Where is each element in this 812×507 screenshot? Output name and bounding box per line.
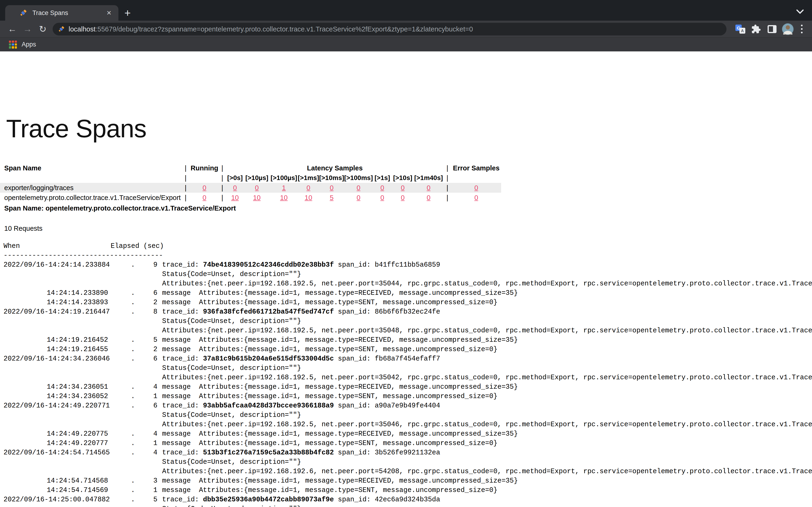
tab-search-chevron-icon[interactable] — [795, 7, 805, 16]
separator: | — [443, 163, 451, 173]
span-id: 42ec6a9d324b35da — [375, 496, 440, 504]
tab-close-icon[interactable]: ✕ — [105, 9, 113, 17]
translate-icon[interactable]: G A — [734, 21, 747, 37]
site-favicon-icon[interactable] — [58, 25, 65, 33]
running-count-link[interactable]: 0 — [203, 194, 206, 202]
trace-id: 37a81c9b615b204a6e515df533004d5c — [203, 355, 334, 363]
latency-count-link[interactable]: 0 — [380, 184, 384, 191]
separator: | — [218, 193, 226, 203]
profile-avatar[interactable] — [781, 21, 795, 37]
running-count-link[interactable]: 0 — [203, 184, 206, 191]
span-id: b41ffc11bb5a6859 — [375, 261, 440, 269]
latency-count-link[interactable]: 0 — [357, 194, 360, 202]
summary-row: exporter/logging/traces | 0 | 0 0 1 0 0 … — [0, 183, 501, 193]
summary-row: opentelemetry.proto.collector.trace.v1.T… — [0, 193, 501, 203]
latency-count-link[interactable]: 10 — [231, 194, 239, 202]
status-line: Status{Code=Unset, description=""} — [4, 270, 812, 279]
latency-count-link[interactable]: 10 — [280, 194, 288, 202]
new-tab-button[interactable]: + — [122, 7, 134, 19]
extensions-puzzle-icon[interactable] — [750, 21, 763, 37]
status-line: Status{Code=Unset, description=""} — [4, 317, 812, 326]
url-host: localhost — [68, 25, 95, 33]
reload-icon[interactable]: ↻ — [36, 21, 50, 37]
span-id: 3b526fe9921132ea — [375, 449, 440, 457]
menu-kebab-icon[interactable] — [797, 21, 806, 37]
bucket-label: [>1m40s] — [414, 173, 443, 183]
browser-toolbar: ← → ↻ localhost:55679/debug/tracez?zspan… — [0, 21, 812, 37]
apps-grid-dot — [9, 41, 11, 43]
forward-icon[interactable]: → — [20, 21, 35, 37]
bucket-label: [>1s] — [373, 173, 392, 183]
error-count-link[interactable]: 0 — [474, 194, 478, 202]
event-line: 14:24:14.233890.6message Attributes:{mes… — [4, 288, 812, 298]
url-text[interactable]: localhost:55679/debug/tracez?zspanname=o… — [68, 25, 473, 33]
status-line: Status{Code=Unset, description=""} — [4, 504, 812, 507]
latency-count-link[interactable]: 0 — [255, 184, 259, 191]
bucket-label: [>100µs] — [270, 173, 298, 183]
event-line: 14:24:14.233893.2message Attributes:{mes… — [4, 298, 812, 307]
attributes-line: Attributes:{net.peer.ip=192.168.192.6, n… — [4, 467, 812, 476]
log-divider: --------------------------------------- — [4, 251, 812, 260]
separator: | — [443, 193, 451, 203]
latency-count-link[interactable]: 0 — [401, 184, 405, 191]
trace-id: 936fa38fcfed661712ba547f5ed747cf — [203, 308, 334, 316]
latency-count-link[interactable]: 0 — [427, 184, 430, 191]
apps-grid-dot — [12, 46, 14, 48]
error-count-link[interactable]: 0 — [474, 184, 478, 191]
event-line: 14:24:34.236051.4message Attributes:{mes… — [4, 382, 812, 392]
side-panel-icon[interactable] — [765, 21, 779, 37]
col-running: Running — [191, 163, 218, 173]
latency-count-link[interactable]: 0 — [427, 194, 430, 202]
latency-count-link[interactable]: 0 — [329, 184, 334, 191]
span-name-cell: exporter/logging/traces — [0, 183, 181, 193]
apps-grid-icon[interactable] — [9, 41, 17, 49]
trace-id: dbb35e25936a90b4472cabb89073af9e — [203, 496, 334, 504]
status-line: Status{Code=Unset, description=""} — [4, 457, 812, 467]
separator: | — [218, 163, 226, 173]
page-title: Trace Spans — [6, 115, 146, 143]
log-header: WhenElapsed (sec) — [4, 241, 812, 251]
latency-count-link[interactable]: 0 — [380, 194, 384, 202]
summary-header-row: Span Name | Running | Latency Samples | … — [0, 163, 501, 173]
latency-count-link[interactable]: 0 — [307, 184, 310, 191]
tab-title: Trace Spans — [33, 9, 105, 17]
event-line: 14:24:19.216455.2message Attributes:{mes… — [4, 345, 812, 354]
bookmarks-bar: Apps — [0, 37, 812, 51]
col-span-name: Span Name — [0, 163, 181, 173]
trace-id: 513b3f1c276a7159c5a2a33b88b4fc82 — [203, 449, 334, 457]
separator: | — [181, 173, 191, 183]
latency-count-link[interactable]: 0 — [357, 184, 360, 191]
apps-label[interactable]: Apps — [21, 41, 36, 48]
zpages-favicon-icon — [19, 9, 27, 17]
apps-grid-dot — [15, 41, 17, 43]
svg-text:A: A — [741, 29, 744, 33]
latency-count-link[interactable]: 0 — [401, 194, 405, 202]
bucket-label: [>10s] — [392, 173, 414, 183]
event-line: 14:24:49.220775.4message Attributes:{mes… — [4, 429, 812, 439]
apps-grid-dot — [9, 44, 11, 46]
attributes-line: Attributes:{net.peer.ip=192.168.192.5, n… — [4, 326, 812, 335]
latency-count-link[interactable]: 10 — [305, 194, 312, 202]
attributes-line: Attributes:{net.peer.ip=192.168.192.5, n… — [4, 373, 812, 382]
bucket-header-row: | | [>0s] [>10µs] [>100µs] [>1ms] [>10ms… — [0, 173, 501, 183]
separator: | — [181, 183, 191, 193]
latency-count-link[interactable]: 1 — [282, 184, 286, 191]
url-path: :55679/debug/tracez?zspanname=openteleme… — [95, 25, 473, 33]
latency-count-link[interactable]: 5 — [329, 194, 334, 202]
separator: | — [218, 173, 226, 183]
elapsed-header: Elapsed (sec) — [111, 241, 164, 251]
browser-tab[interactable]: Trace Spans ✕ — [5, 5, 118, 21]
url-bar[interactable]: localhost:55679/debug/tracez?zspanname=o… — [53, 23, 726, 36]
apps-grid-dot — [12, 41, 14, 43]
latency-count-link[interactable]: 0 — [233, 184, 237, 191]
separator: | — [443, 173, 451, 183]
separator: | — [181, 163, 191, 173]
attributes-line: Attributes:{net.peer.ip=192.168.192.5, n… — [4, 279, 812, 288]
bucket-label: [>1ms] — [298, 173, 319, 183]
span-id: 86b6f6fb32ec24fe — [375, 308, 440, 316]
back-icon[interactable]: ← — [5, 21, 19, 37]
event-line: 14:24:54.714568.3message Attributes:{mes… — [4, 476, 812, 486]
apps-grid-dot — [9, 46, 11, 48]
status-line: Status{Code=Unset, description=""} — [4, 410, 812, 420]
latency-count-link[interactable]: 10 — [253, 194, 261, 202]
